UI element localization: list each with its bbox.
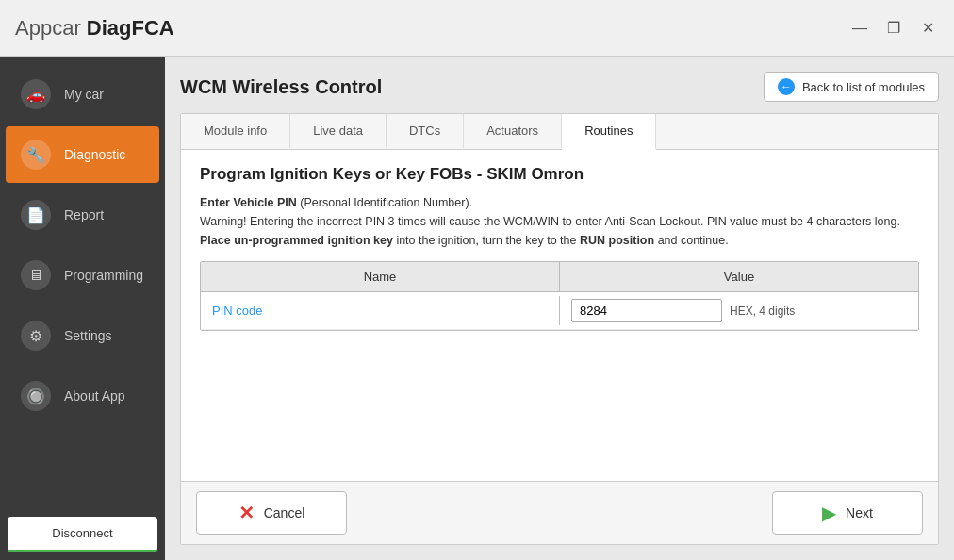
back-circle-icon: ← xyxy=(778,78,795,95)
pin-code-input[interactable] xyxy=(571,299,722,322)
desc-line3: Place un-programmed ignition key into th… xyxy=(200,231,919,250)
col-header-value: Value xyxy=(560,262,918,291)
next-play-icon: ▶ xyxy=(822,502,836,524)
sidebar-item-my-car[interactable]: 🚗 My car xyxy=(6,66,159,123)
param-value-cell: HEX, 4 digits xyxy=(560,295,918,326)
next-button[interactable]: ▶ Next xyxy=(772,491,923,535)
sidebar-label-report: Report xyxy=(64,207,104,222)
title-bar: Appcar DiagFCA — ❐ ✕ xyxy=(0,0,954,57)
panel-actions: ✕ Cancel ▶ Next xyxy=(181,481,938,544)
module-header: WCM Wireless Control ← Back to list of m… xyxy=(180,72,939,102)
main-panel: Module info Live data DTCs Actuators Rou… xyxy=(180,113,939,545)
back-label: Back to list of modules xyxy=(802,80,925,94)
table-header: Name Value xyxy=(201,262,918,292)
table-row: PIN code HEX, 4 digits xyxy=(201,292,918,330)
tab-bar: Module info Live data DTCs Actuators Rou… xyxy=(181,114,938,150)
sidebar-label-programming: Programming xyxy=(64,268,143,283)
minimize-button[interactable]: — xyxy=(848,17,871,40)
sidebar-spacer xyxy=(0,426,165,509)
col-header-name: Name xyxy=(201,262,560,291)
sidebar-item-diagnostic[interactable]: 🔧 Diagnostic xyxy=(6,126,159,183)
param-name-pin-code: PIN code xyxy=(201,296,560,325)
about-icon: 🔘 xyxy=(21,381,51,411)
sidebar-item-report[interactable]: 📄 Report xyxy=(6,187,159,243)
diagnostic-icon: 🔧 xyxy=(21,140,51,170)
tab-module-info[interactable]: Module info xyxy=(181,114,290,149)
sidebar: 🚗 My car 🔧 Diagnostic 📄 Report 🖥 Program… xyxy=(0,57,165,560)
sidebar-label-settings: Settings xyxy=(64,328,112,343)
programming-icon: 🖥 xyxy=(21,260,51,290)
cancel-button[interactable]: ✕ Cancel xyxy=(196,491,347,535)
desc-line2: Warning! Entering the incorrect PIN 3 ti… xyxy=(200,212,919,231)
next-label: Next xyxy=(846,505,873,520)
main-layout: 🚗 My car 🔧 Diagnostic 📄 Report 🖥 Program… xyxy=(0,57,954,560)
cancel-x-icon: ✕ xyxy=(238,502,255,524)
tab-routines[interactable]: Routines xyxy=(562,114,656,150)
window-controls: — ❐ ✕ xyxy=(848,17,939,40)
disconnect-button[interactable]: Disconnect xyxy=(8,517,157,552)
maximize-button[interactable]: ❐ xyxy=(882,17,905,40)
sidebar-item-about[interactable]: 🔘 About App xyxy=(6,368,159,424)
sidebar-label-about: About App xyxy=(64,388,125,404)
desc-line1: Enter Vehicle PIN (Personal Identificati… xyxy=(200,193,919,212)
app-title: Appcar DiagFCA xyxy=(15,16,174,41)
tab-actuators[interactable]: Actuators xyxy=(464,114,562,149)
close-button[interactable]: ✕ xyxy=(916,17,939,40)
back-to-modules-button[interactable]: ← Back to list of modules xyxy=(764,72,939,102)
settings-icon: ⚙ xyxy=(21,321,51,351)
sidebar-label-diagnostic: Diagnostic xyxy=(64,147,125,162)
pin-code-hint: HEX, 4 digits xyxy=(730,305,795,318)
tab-live-data[interactable]: Live data xyxy=(290,114,387,149)
report-icon: 📄 xyxy=(21,200,51,230)
sidebar-label-my-car: My car xyxy=(64,87,104,102)
parameter-table: Name Value PIN code HEX, 4 digits xyxy=(200,261,919,331)
car-icon: 🚗 xyxy=(21,79,51,109)
routine-title: Program Ignition Keys or Key FOBs - SKIM… xyxy=(200,165,919,184)
sidebar-item-settings[interactable]: ⚙ Settings xyxy=(6,307,159,364)
module-title: WCM Wireless Control xyxy=(180,76,382,98)
content-area: WCM Wireless Control ← Back to list of m… xyxy=(165,57,954,560)
panel-content: Program Ignition Keys or Key FOBs - SKIM… xyxy=(181,150,938,481)
cancel-label: Cancel xyxy=(264,505,305,520)
tab-dtcs[interactable]: DTCs xyxy=(387,114,464,149)
sidebar-item-programming[interactable]: 🖥 Programming xyxy=(6,247,159,304)
routine-description: Enter Vehicle PIN (Personal Identificati… xyxy=(200,193,919,250)
